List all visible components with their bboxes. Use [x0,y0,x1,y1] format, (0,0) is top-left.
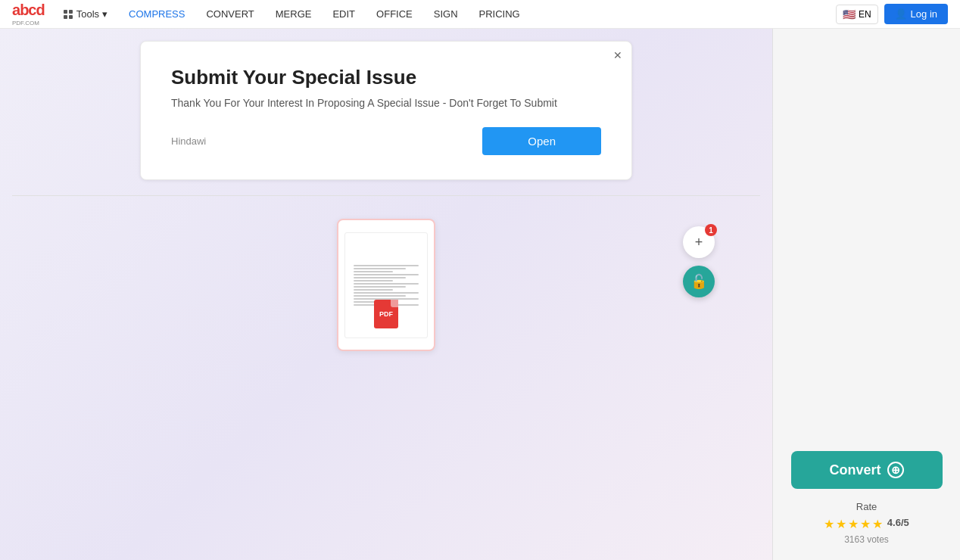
pdf-line [354,280,392,282]
pdf-line [354,286,405,288]
pdf-card: PDF [337,219,435,351]
nav-pricing[interactable]: PRICING [470,4,529,24]
nav-office[interactable]: OFFICE [367,4,422,24]
ad-open-button[interactable]: Open [482,127,601,155]
ad-brand: Hindawi [171,135,206,147]
logo-text: abcd [12,2,45,19]
convert-icon: ⊕ [887,462,904,478]
rating-number: 4.6/5 [884,517,909,531]
add-file-button[interactable]: 1 + [683,226,715,258]
pdf-line [354,283,418,285]
language-button[interactable]: 🇺🇸 EN [836,5,878,24]
pdf-line [354,277,405,278]
pdf-line [354,268,405,269]
star-3: ★ [848,517,859,531]
pdf-preview: PDF [344,232,428,338]
user-icon: 👤 [895,8,907,20]
rating-section: Rate ★ ★ ★ ★ ★ 4.6/5 3163 votes [824,501,909,545]
stars: ★ ★ ★ ★ ★ 4.6/5 [824,517,909,531]
star-5: ★ [872,517,883,531]
svg-rect-0 [64,10,67,14]
workspace: PDF 1 + 🔓 [12,211,760,548]
pdf-line [354,265,418,266]
star-1: ★ [824,517,834,531]
tools-icon [63,9,73,20]
nav-edit[interactable]: EDIT [323,4,364,24]
plus-icon: + [695,235,703,250]
ad-footer: Hindawi Open [171,127,601,155]
nav-sign[interactable]: SIGN [425,4,467,24]
svg-rect-1 [69,10,73,14]
pdf-line [354,274,418,275]
nav-convert[interactable]: CONVERT [197,4,263,24]
login-button[interactable]: 👤 Log in [884,4,948,24]
nav-tools[interactable]: Tools ▾ [54,4,117,24]
star-2: ★ [836,517,846,531]
svg-rect-3 [69,15,73,19]
tools-chevron-icon: ▾ [102,8,108,20]
file-count-badge: 1 [705,224,717,236]
unlock-icon: 🔓 [690,273,707,290]
nav-merge[interactable]: MERGE [266,4,321,24]
pdf-line [354,271,392,272]
pdf-icon-overlay: PDF [374,300,398,328]
content-area: ✕ Submit Your Special Issue Thank You Fo… [0,29,772,560]
ad-banner: ✕ Submit Your Special Issue Thank You Fo… [140,41,632,180]
side-actions: 1 + 🔓 [683,226,715,297]
main-layout: ✕ Submit Your Special Issue Thank You Fo… [0,29,960,560]
rating-label: Rate [824,501,909,512]
ad-close-button[interactable]: ✕ [613,49,622,61]
right-sidebar: Convert ⊕ Rate ★ ★ ★ ★ ★ 4.6/5 3163 vote… [772,29,960,560]
nav-right: 🇺🇸 EN 👤 Log in [836,4,948,24]
close-icon: ✕ [613,49,622,61]
pdf-line [354,292,418,294]
convert-button[interactable]: Convert ⊕ [791,451,943,489]
logo-sub: PDF.COM [12,20,45,26]
pdf-file-icon: PDF [374,300,398,328]
nav-compress[interactable]: COMPRESS [120,4,194,24]
star-4: ★ [860,517,871,531]
navbar: abcd PDF.COM Tools ▾ COMPRESS CONVERT ME… [0,0,960,29]
svg-rect-2 [64,15,67,19]
ad-title: Submit Your Special Issue [171,66,601,89]
logo[interactable]: abcd PDF.COM [12,2,45,26]
flag-icon: 🇺🇸 [843,8,856,20]
ad-subtitle: Thank You For Your Interest In Proposing… [171,97,601,109]
pdf-line [354,295,405,297]
votes-text: 3163 votes [824,534,909,545]
ad-divider [12,195,760,196]
pdf-line [354,289,392,291]
unlock-button[interactable]: 🔓 [683,266,715,297]
